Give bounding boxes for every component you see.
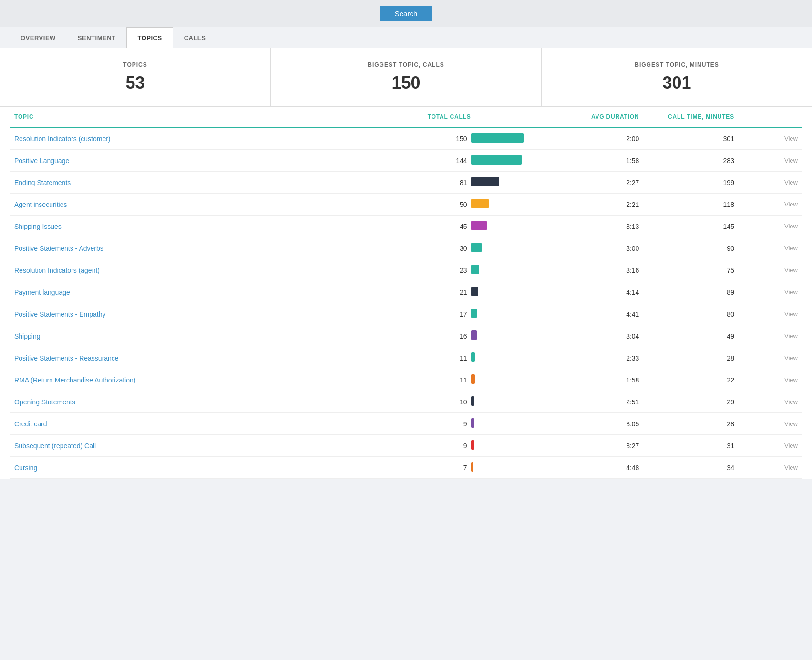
- calls-bar: [471, 221, 487, 230]
- bar-container: [471, 374, 528, 385]
- topic-link[interactable]: Positive Language: [14, 157, 69, 165]
- calls-cell: 9: [311, 435, 533, 457]
- tab-calls[interactable]: CALLS: [173, 27, 217, 48]
- topic-name-cell: Ending Statements: [10, 172, 311, 194]
- topic-link[interactable]: Positive Statements - Reassurance: [14, 354, 119, 362]
- calls-number: 23: [453, 267, 467, 274]
- call-time-cell: 80: [644, 303, 739, 325]
- view-link[interactable]: View: [739, 391, 802, 413]
- bar-container: [471, 418, 528, 429]
- view-link[interactable]: View: [739, 347, 802, 369]
- topic-link[interactable]: Positive Statements - Empathy: [14, 310, 105, 318]
- topic-link[interactable]: Cursing: [14, 464, 37, 472]
- calls-cell: 23: [311, 259, 533, 281]
- calls-bar: [471, 243, 482, 252]
- tab-topics[interactable]: TOPICS: [126, 27, 173, 48]
- table-row: Positive Language 144 1:58 283 View: [10, 150, 802, 172]
- topic-link[interactable]: Subsequent (repeated) Call: [14, 442, 96, 450]
- tab-overview[interactable]: OVERVIEW: [10, 27, 67, 48]
- view-link[interactable]: View: [739, 216, 802, 237]
- topic-link[interactable]: Payment language: [14, 289, 70, 296]
- view-link[interactable]: View: [739, 150, 802, 172]
- topic-name-cell: Resolution Indicators (agent): [10, 259, 311, 281]
- call-time-cell: 29: [644, 391, 739, 413]
- bar-container: [471, 243, 528, 254]
- topic-link[interactable]: Credit card: [14, 420, 47, 428]
- table-row: RMA (Return Merchandise Authorization) 1…: [10, 369, 802, 391]
- topic-link[interactable]: Resolution Indicators (customer): [14, 135, 111, 143]
- table-row: Positive Statements - Reassurance 11 2:3…: [10, 347, 802, 369]
- topic-name-cell: Payment language: [10, 281, 311, 303]
- search-button[interactable]: Search: [380, 6, 433, 21]
- avg-duration-cell: 3:05: [533, 413, 644, 435]
- calls-bar: [471, 418, 474, 428]
- calls-number: 16: [453, 332, 467, 340]
- view-link[interactable]: View: [739, 172, 802, 194]
- topic-name-cell: Agent insecurities: [10, 194, 311, 216]
- topic-name-cell: Shipping: [10, 325, 311, 347]
- col-header-view: [739, 107, 802, 127]
- call-time-cell: 49: [644, 325, 739, 347]
- calls-cell: 150: [311, 127, 533, 150]
- topic-link[interactable]: Resolution Indicators (agent): [14, 267, 100, 274]
- view-link[interactable]: View: [739, 237, 802, 259]
- topic-link[interactable]: Shipping: [14, 332, 41, 340]
- table-row: Agent insecurities 50 2:21 118 View: [10, 194, 802, 216]
- call-time-cell: 283: [644, 150, 739, 172]
- stat-biggest-topic--minutes: BIGGEST TOPIC, MINUTES 301: [542, 48, 812, 106]
- call-time-cell: 28: [644, 413, 739, 435]
- call-time-cell: 22: [644, 369, 739, 391]
- stat-topics: TOPICS 53: [0, 48, 271, 106]
- table-row: Opening Statements 10 2:51 29 View: [10, 391, 802, 413]
- calls-bar: [471, 133, 524, 143]
- calls-cell: 144: [311, 150, 533, 172]
- calls-bar: [471, 352, 475, 362]
- avg-duration-cell: 2:21: [533, 194, 644, 216]
- call-time-cell: 145: [644, 216, 739, 237]
- topic-link[interactable]: Opening Statements: [14, 398, 75, 406]
- view-link[interactable]: View: [739, 127, 802, 150]
- view-link[interactable]: View: [739, 413, 802, 435]
- calls-number: 150: [453, 135, 467, 143]
- view-link[interactable]: View: [739, 457, 802, 479]
- calls-number: 45: [453, 223, 467, 230]
- bar-container: [471, 330, 528, 341]
- calls-number: 10: [453, 398, 467, 406]
- view-link[interactable]: View: [739, 194, 802, 216]
- bar-container: [471, 309, 528, 320]
- call-time-cell: 34: [644, 457, 739, 479]
- main-content: TOPICS 53 BIGGEST TOPIC, CALLS 150 BIGGE…: [0, 48, 812, 479]
- call-time-cell: 199: [644, 172, 739, 194]
- table-row: Ending Statements 81 2:27 199 View: [10, 172, 802, 194]
- view-link[interactable]: View: [739, 259, 802, 281]
- view-link[interactable]: View: [739, 325, 802, 347]
- calls-bar: [471, 287, 478, 296]
- bar-container: [471, 177, 528, 188]
- calls-number: 81: [453, 179, 467, 186]
- calls-bar: [471, 374, 475, 384]
- calls-bar: [471, 396, 474, 406]
- view-link[interactable]: View: [739, 369, 802, 391]
- calls-number: 144: [453, 157, 467, 165]
- view-link[interactable]: View: [739, 303, 802, 325]
- calls-number: 9: [453, 442, 467, 450]
- col-header-topic: TOPIC: [10, 107, 311, 127]
- topic-link[interactable]: Agent insecurities: [14, 201, 67, 208]
- calls-cell: 45: [311, 216, 533, 237]
- view-link[interactable]: View: [739, 281, 802, 303]
- view-link[interactable]: View: [739, 435, 802, 457]
- avg-duration-cell: 3:13: [533, 216, 644, 237]
- topic-link[interactable]: Ending Statements: [14, 179, 71, 186]
- topic-link[interactable]: RMA (Return Merchandise Authorization): [14, 376, 135, 384]
- bar-container: [471, 155, 528, 166]
- search-bar: Search: [0, 0, 812, 27]
- tab-sentiment[interactable]: SENTIMENT: [67, 27, 127, 48]
- topic-link[interactable]: Shipping Issues: [14, 223, 62, 230]
- avg-duration-cell: 3:27: [533, 435, 644, 457]
- avg-duration-cell: 4:14: [533, 281, 644, 303]
- topic-name-cell: Cursing: [10, 457, 311, 479]
- avg-duration-cell: 1:58: [533, 369, 644, 391]
- bar-container: [471, 462, 528, 473]
- bar-container: [471, 396, 528, 407]
- topic-link[interactable]: Positive Statements - Adverbs: [14, 245, 103, 252]
